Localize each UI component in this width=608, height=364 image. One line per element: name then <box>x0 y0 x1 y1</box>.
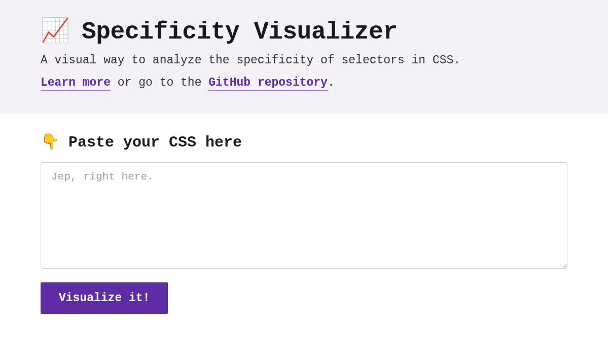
section-heading-row: 👇 Paste your CSS here <box>41 134 567 151</box>
links-text-end: . <box>328 76 335 89</box>
links-row: Learn more or go to the GitHub repositor… <box>41 76 567 89</box>
page-header: 📈 Specificity Visualizer A visual way to… <box>0 0 608 114</box>
chart-icon: 📈 <box>41 20 69 44</box>
page-title: Specificity Visualizer <box>82 18 398 46</box>
title-row: 📈 Specificity Visualizer <box>41 18 567 46</box>
visualize-button[interactable]: Visualize it! <box>41 282 168 314</box>
links-text-middle: or go to the <box>111 76 208 89</box>
section-heading: Paste your CSS here <box>68 134 242 151</box>
page-subtitle: A visual way to analyze the specificity … <box>41 54 567 67</box>
main-content: 👇 Paste your CSS here Visualize it! <box>0 114 608 334</box>
css-input[interactable] <box>41 162 567 269</box>
github-link[interactable]: GitHub repository <box>208 76 328 91</box>
learn-more-link[interactable]: Learn more <box>41 76 111 91</box>
point-down-icon: 👇 <box>41 135 59 150</box>
